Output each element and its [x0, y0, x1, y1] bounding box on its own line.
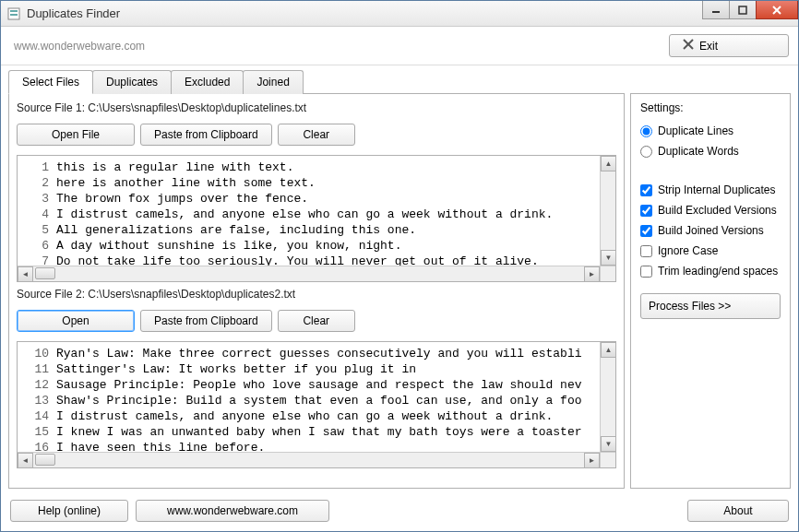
exit-button[interactable]: Exit	[669, 34, 789, 57]
source2-vscroll[interactable]: ▲ ▼	[600, 342, 615, 452]
check-trim-spaces[interactable]: Trim leading/end spaces	[640, 264, 781, 278]
line-text: I knew I was an unwanted baby when I saw…	[56, 424, 582, 440]
scroll-up-icon[interactable]: ▲	[601, 342, 616, 358]
source1-clear-button[interactable]: Clear	[278, 124, 355, 146]
code-line: 5All generalizations are false, includin…	[21, 222, 610, 238]
code-line: 13Shaw's Principle: Build a system that …	[21, 393, 610, 408]
line-text: I distrust camels, and anyone else who c…	[56, 207, 553, 222]
scroll-down-icon[interactable]: ▼	[601, 250, 616, 266]
source2-hscroll[interactable]: ◄ ►	[18, 452, 600, 467]
line-number: 12	[21, 377, 49, 393]
line-number: 5	[21, 222, 49, 238]
radio-duplicate-lines[interactable]: Duplicate Lines	[640, 124, 781, 138]
line-number: 3	[21, 191, 49, 207]
app-icon	[6, 6, 21, 21]
source2-textarea[interactable]: 10Ryan's Law: Make three correct guesses…	[17, 341, 616, 468]
code-line: 7Do not take life too seriously. You wil…	[21, 254, 610, 266]
source2-open-button[interactable]: Open	[17, 310, 135, 332]
radio-duplicate-words[interactable]: Duplicate Words	[640, 144, 781, 159]
site-button[interactable]: www.wonderwebware.com	[136, 500, 329, 522]
line-text: All generalizations are false, including…	[56, 222, 416, 238]
source1-open-button[interactable]: Open File	[17, 124, 135, 146]
tabstrip: Select Files Duplicates Excluded Joined	[1, 69, 798, 93]
line-text: Do not take life too seriously. You will…	[56, 254, 539, 266]
window-title: Duplicates Finder	[27, 6, 703, 20]
code-line: 14I distrust camels, and anyone else who…	[21, 408, 610, 424]
source1-vscroll[interactable]: ▲ ▼	[600, 156, 615, 266]
code-line: 16I have seen this line before.	[21, 440, 610, 452]
code-line: 15I knew I was an unwanted baby when I s…	[21, 424, 610, 440]
tab-joined[interactable]: Joined	[243, 70, 303, 94]
line-number: 11	[21, 361, 49, 377]
svg-rect-1	[10, 10, 18, 12]
about-button[interactable]: About	[687, 500, 789, 522]
site-url-label: www.wonderwebware.com	[10, 40, 669, 53]
code-line: 10Ryan's Law: Make three correct guesses…	[21, 346, 610, 361]
line-number: 14	[21, 408, 49, 424]
scroll-left-icon[interactable]: ◄	[18, 453, 33, 468]
line-number: 10	[21, 346, 49, 361]
titlebar[interactable]: Duplicates Finder	[1, 1, 798, 27]
tab-excluded[interactable]: Excluded	[171, 70, 244, 94]
line-text: I have seen this line before.	[56, 440, 265, 452]
tab-select-files[interactable]: Select Files	[8, 70, 93, 94]
check-ignore-case[interactable]: Ignore Case	[640, 243, 781, 258]
process-files-button[interactable]: Process Files >>	[640, 293, 781, 319]
line-number: 13	[21, 393, 49, 408]
close-icon	[683, 39, 694, 53]
line-text: The brown fox jumps over the fence.	[56, 191, 308, 207]
line-text: here is another line with some text.	[56, 175, 316, 191]
settings-title: Settings:	[640, 101, 781, 114]
scroll-up-icon[interactable]: ▲	[601, 156, 616, 171]
main-panel: Source File 1: C:\Users\snapfiles\Deskto…	[8, 93, 625, 489]
source2-clear-button[interactable]: Clear	[278, 310, 355, 332]
line-text: Shaw's Principle: Build a system that ev…	[56, 393, 582, 408]
line-text: Ryan's Law: Make three correct guesses c…	[56, 346, 582, 361]
minimize-button[interactable]	[702, 1, 730, 19]
line-number: 16	[21, 440, 49, 452]
check-build-joined[interactable]: Build Joined Versions	[640, 223, 781, 238]
svg-rect-4	[739, 6, 746, 14]
code-line: 1this is a regular line with text.	[21, 160, 610, 175]
check-strip-internal[interactable]: Strip Internal Duplicates	[640, 183, 781, 197]
line-number: 2	[21, 175, 49, 191]
svg-rect-2	[10, 14, 18, 16]
line-text: this is a regular line with text.	[56, 160, 293, 175]
maximize-button[interactable]	[729, 1, 757, 19]
code-line: 3The brown fox jumps over the fence.	[21, 191, 610, 207]
code-line: 4I distrust camels, and anyone else who …	[21, 207, 610, 222]
code-line: 12Sausage Principle: People who love sau…	[21, 377, 610, 393]
line-text: Sausage Principle: People who love sausa…	[56, 377, 582, 393]
line-number: 1	[21, 160, 49, 175]
source1-hscroll[interactable]: ◄ ►	[18, 266, 600, 281]
line-text: I distrust camels, and anyone else who c…	[56, 408, 553, 424]
scroll-left-icon[interactable]: ◄	[18, 266, 33, 282]
line-text: A day without sunshine is like, you know…	[56, 238, 401, 254]
line-text: Sattinger's Law: It works better if you …	[56, 361, 416, 377]
scroll-right-icon[interactable]: ►	[584, 266, 600, 282]
scroll-down-icon[interactable]: ▼	[601, 436, 616, 452]
source2-path-label: Source File 2: C:\Users\snapfiles\Deskto…	[17, 288, 616, 301]
close-button[interactable]	[756, 1, 798, 19]
code-line: 2here is another line with some text.	[21, 175, 610, 191]
code-line: 6A day without sunshine is like, you kno…	[21, 238, 610, 254]
check-build-excluded[interactable]: Build Excluded Versions	[640, 203, 781, 218]
source1-textarea[interactable]: 1this is a regular line with text.2here …	[17, 155, 616, 282]
source1-path-label: Source File 1: C:\Users\snapfiles\Deskto…	[17, 101, 616, 114]
line-number: 4	[21, 207, 49, 222]
source1-paste-button[interactable]: Paste from Clipboard	[140, 124, 272, 146]
help-button[interactable]: Help (online)	[10, 500, 128, 522]
exit-label: Exit	[699, 40, 718, 53]
line-number: 15	[21, 424, 49, 440]
line-number: 6	[21, 238, 49, 254]
source2-paste-button[interactable]: Paste from Clipboard	[140, 310, 272, 332]
line-number: 7	[21, 254, 49, 266]
scroll-right-icon[interactable]: ►	[584, 453, 600, 468]
settings-panel: Settings: Duplicate Lines Duplicate Word…	[630, 93, 791, 489]
code-line: 11Sattinger's Law: It works better if yo…	[21, 361, 610, 377]
tab-duplicates[interactable]: Duplicates	[92, 70, 172, 94]
